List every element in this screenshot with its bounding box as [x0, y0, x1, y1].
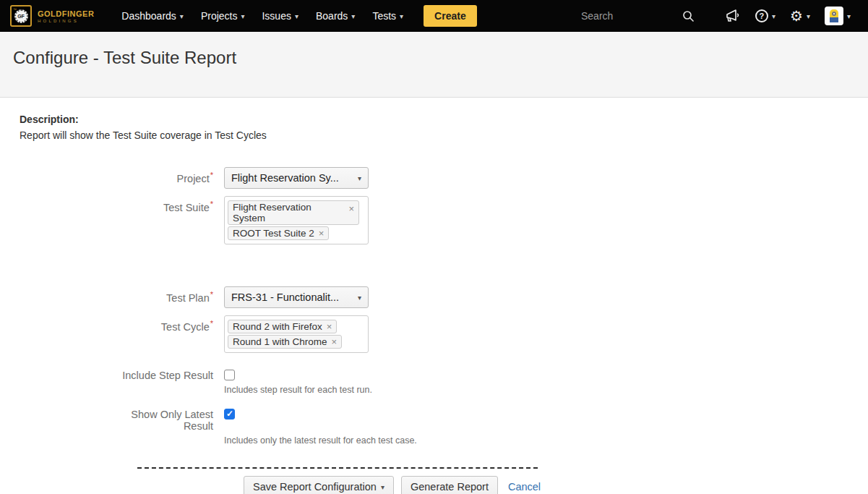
nav-item-dashboards[interactable]: Dashboards ▾	[121, 10, 184, 22]
chevron-down-icon: ▾	[381, 483, 384, 491]
selected-tag: Flight Reservation System ×	[228, 200, 359, 225]
cancel-link[interactable]: Cancel	[508, 481, 541, 493]
search-icon[interactable]	[682, 10, 695, 22]
page-header: Configure - Test Suite Report	[0, 32, 868, 98]
generate-report-button[interactable]: Generate Report	[401, 476, 498, 494]
description-heading: Description:	[20, 114, 868, 125]
help-icon[interactable]: ? ▾	[755, 9, 775, 22]
required-marker: *	[210, 200, 213, 208]
save-report-configuration-button[interactable]: Save Report Configuration ▾	[244, 476, 394, 494]
test-suite-label: Test Suite*	[20, 196, 213, 244]
nav-item-issues[interactable]: Issues ▾	[262, 10, 298, 22]
brand-text: GOLDFINGER HOLDINGS	[38, 9, 94, 23]
chevron-down-icon: ▾	[180, 12, 184, 20]
test-cycle-label: Test Cycle*	[20, 315, 213, 353]
test-plan-dropdown[interactable]: FRS-31 - Functionalit... ▾	[224, 286, 369, 308]
chevron-down-icon: ▾	[772, 12, 775, 20]
top-navigation-bar: ™ GF GOLDFINGER HOLDINGS Dashboards ▾ Pr…	[0, 0, 868, 32]
gear-icon[interactable]: ⚙ ▾	[790, 9, 810, 23]
include-step-result-checkbox[interactable]	[224, 370, 235, 380]
dashed-divider	[137, 467, 538, 469]
nav-item-boards[interactable]: Boards ▾	[316, 10, 355, 22]
chevron-down-icon: ▾	[358, 294, 361, 302]
chevron-down-icon: ▾	[400, 12, 403, 20]
search-input[interactable]	[581, 10, 675, 22]
remove-tag-icon[interactable]: ×	[332, 336, 338, 347]
nav-item-tests[interactable]: Tests ▾	[372, 10, 403, 22]
chevron-down-icon: ▾	[295, 12, 298, 20]
description-text: Report will show the Test Suite coverage…	[20, 129, 868, 141]
remove-tag-icon[interactable]: ×	[319, 228, 325, 239]
avatar	[825, 7, 843, 25]
user-menu[interactable]: ▾	[825, 7, 851, 25]
brand-subtitle: HOLDINGS	[38, 19, 94, 23]
show-only-latest-help: Includes only the latest result for each…	[224, 435, 417, 446]
chevron-down-icon: ▾	[241, 12, 244, 20]
selected-tag: ROOT Test Suite 2 ×	[228, 226, 329, 240]
remove-tag-icon[interactable]: ×	[327, 321, 332, 332]
chevron-down-icon: ▾	[807, 12, 810, 20]
test-plan-label: Test Plan*	[20, 286, 213, 308]
project-label: Project*	[20, 167, 213, 189]
test-cycle-multiselect[interactable]: Round 2 with Firefox × Round 1 with Chro…	[224, 315, 369, 353]
create-button[interactable]: Create	[424, 5, 477, 27]
megaphone-icon[interactable]	[725, 9, 741, 23]
brand-logo[interactable]: ™ GF	[10, 5, 32, 27]
include-step-result-help: Includes step result for each test run.	[224, 385, 372, 395]
form-actions: Save Report Configuration ▾ Generate Rep…	[244, 476, 868, 494]
include-step-result-label: Include Step Result	[20, 366, 213, 381]
chevron-down-icon: ▾	[351, 12, 355, 20]
test-suite-multiselect[interactable]: Flight Reservation System × ROOT Test Su…	[224, 196, 369, 244]
chevron-down-icon: ▾	[847, 12, 851, 20]
show-only-latest-label: Show Only Latest Result	[20, 405, 213, 432]
report-config-form: Project* Flight Reservation Sy... ▾ Test…	[20, 167, 868, 494]
selected-tag: Round 1 with Chrome ×	[228, 335, 342, 349]
chevron-down-icon: ▾	[358, 174, 361, 182]
required-marker: *	[210, 171, 213, 179]
nav-item-projects[interactable]: Projects ▾	[201, 10, 245, 22]
trademark-mark: ™	[13, 7, 17, 12]
brand-name: GOLDFINGER	[38, 9, 94, 18]
required-marker: *	[210, 319, 213, 328]
required-marker: *	[210, 290, 213, 299]
show-only-latest-checkbox[interactable]	[224, 409, 235, 420]
remove-tag-icon[interactable]: ×	[348, 203, 354, 214]
page-title: Configure - Test Suite Report	[13, 48, 868, 68]
project-dropdown[interactable]: Flight Reservation Sy... ▾	[224, 167, 369, 189]
selected-tag: Round 2 with Firefox ×	[228, 320, 337, 333]
